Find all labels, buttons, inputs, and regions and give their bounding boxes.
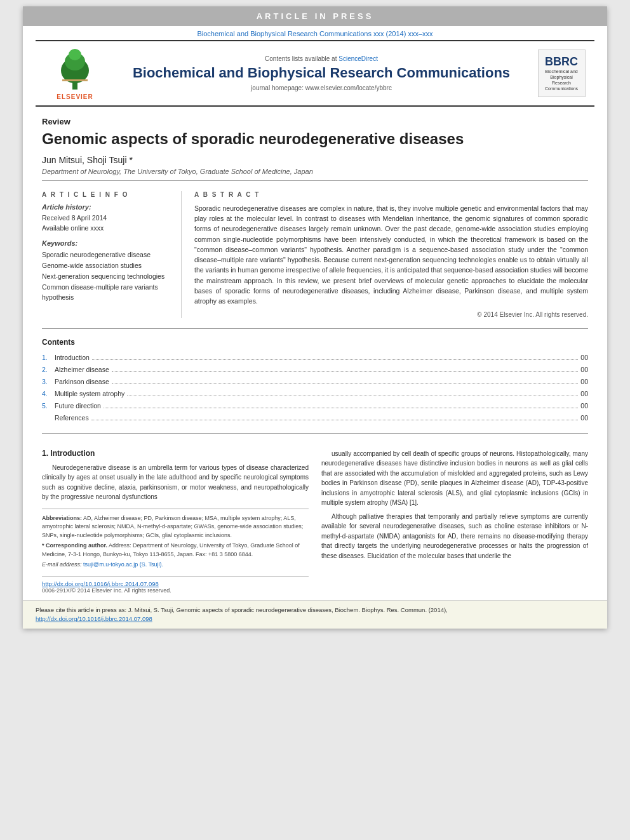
keyword-4: Common disease-multiple rare variants hy… xyxy=(42,282,171,303)
doi-footer: http://dx.doi.org/10.1016/j.bbrc.2014.07… xyxy=(42,576,309,594)
intro-right-col: usually accompanied by cell death of spe… xyxy=(321,449,588,594)
contents-item-5: 5. Future direction 00 xyxy=(42,400,588,412)
email-footnote: E-mail address: tsuji@m.u-tokyo.ac.jp (S… xyxy=(42,561,309,570)
contents-item-2: 2. Alzheimer disease 00 xyxy=(42,364,588,376)
page: ARTICLE IN PRESS Biochemical and Biophys… xyxy=(23,6,607,629)
affiliation: Department of Neurology, The University … xyxy=(42,168,588,175)
introduction-section: 1. Introduction Neurodegenerative diseas… xyxy=(42,434,588,594)
journal-ref-text: Biochemical and Biophysical Research Com… xyxy=(197,30,432,37)
bbrc-logo: BBRC Biochemical and Biophysical Researc… xyxy=(536,50,587,97)
bbrc-logo-box: BBRC Biochemical and Biophysical Researc… xyxy=(538,50,586,97)
journal-center: Contents lists available at ScienceDirec… xyxy=(107,55,536,91)
authors: Jun Mitsui, Shoji Tsuji * xyxy=(42,155,588,165)
elsevier-tree-icon xyxy=(50,46,100,91)
journal-homepage: journal homepage: www.elsevier.com/locat… xyxy=(113,84,530,91)
sciencedirect-line: Contents lists available at ScienceDirec… xyxy=(113,55,530,62)
citation-doi-link[interactable]: http://dx.doi.org/10.1016/j.bbrc.2014.07… xyxy=(36,615,594,623)
sciencedirect-link[interactable]: ScienceDirect xyxy=(338,55,378,62)
journal-header: ELSEVIER Contents lists available at Sci… xyxy=(36,40,594,107)
journal-ref-line: Biochemical and Biophysical Research Com… xyxy=(23,26,607,40)
article-section: Review Genomic aspects of sporadic neuro… xyxy=(42,107,588,181)
keywords-label: Keywords: xyxy=(42,239,171,247)
available-online: Available online xxxx xyxy=(42,223,171,234)
intro-heading: 1. Introduction xyxy=(42,449,309,458)
contents-list: 1. Introduction 00 2. Alzheimer disease … xyxy=(42,352,588,423)
journal-title: Biochemical and Biophysical Research Com… xyxy=(113,65,530,81)
abstract-text: Sporadic neurodegenerative diseases are … xyxy=(194,203,588,307)
abbreviations: Abbreviations: AD, Alzheimer disease; PD… xyxy=(42,514,309,540)
doi-copyright: 0006-291X/© 2014 Elsevier Inc. All right… xyxy=(42,587,309,594)
abstract-copyright: © 2014 Elsevier Inc. All rights reserved… xyxy=(194,311,588,318)
intro-para-1: Neurodegenerative disease is an umbrella… xyxy=(42,463,309,502)
main-content: Review Genomic aspects of sporadic neuro… xyxy=(23,107,607,600)
elsevier-logo: ELSEVIER xyxy=(43,46,107,100)
article-info-abstract: A R T I C L E I N F O Article history: R… xyxy=(42,191,588,330)
article-info-col: A R T I C L E I N F O Article history: R… xyxy=(42,191,182,319)
contents-item-4: 4. Multiple system atrophy 00 xyxy=(42,388,588,400)
keyword-3: Next-generation sequencing technologies xyxy=(42,271,171,282)
keyword-1: Sporadic neurodegenerative disease xyxy=(42,250,171,260)
article-type-label: Review xyxy=(42,117,588,126)
footnotes: Abbreviations: AD, Alzheimer disease; PD… xyxy=(42,509,309,570)
intro-two-col: 1. Introduction Neurodegenerative diseas… xyxy=(42,449,588,594)
contents-title: Contents xyxy=(42,338,588,347)
email-link[interactable]: tsuji@m.u-tokyo.ac.jp (S. Tsuji). xyxy=(83,561,163,568)
abstract-label: A B S T R A C T xyxy=(194,191,588,198)
contents-item-1: 1. Introduction 00 xyxy=(42,352,588,364)
article-title: Genomic aspects of sporadic neurodegener… xyxy=(42,130,588,149)
keyword-2: Genome-wide association studies xyxy=(42,260,171,271)
abstract-col: A B S T R A C T Sporadic neurodegenerati… xyxy=(194,191,588,319)
svg-point-3 xyxy=(69,49,81,60)
svg-rect-4 xyxy=(62,79,88,81)
intro-left-col: 1. Introduction Neurodegenerative diseas… xyxy=(42,449,309,594)
article-info-label: A R T I C L E I N F O xyxy=(42,191,171,198)
contents-item-3: 3. Parkinson disease 00 xyxy=(42,376,588,388)
intro-para-2: usually accompanied by cell death of spe… xyxy=(321,449,588,561)
elsevier-label: ELSEVIER xyxy=(57,93,93,100)
history-label: Article history: xyxy=(42,203,171,211)
citation-bar: Please cite this article in press as: J.… xyxy=(23,600,607,629)
contents-item-references: References 00 xyxy=(42,412,588,424)
corresponding-author: * Corresponding author. Address: Departm… xyxy=(42,542,309,559)
doi-link[interactable]: http://dx.doi.org/10.1016/j.bbrc.2014.07… xyxy=(42,580,309,587)
contents-section: Contents 1. Introduction 00 2. Alzheimer… xyxy=(42,329,588,433)
received-date: Received 8 April 2014 xyxy=(42,213,171,223)
article-in-press-banner: ARTICLE IN PRESS xyxy=(23,6,607,26)
banner-text: ARTICLE IN PRESS xyxy=(257,11,374,21)
